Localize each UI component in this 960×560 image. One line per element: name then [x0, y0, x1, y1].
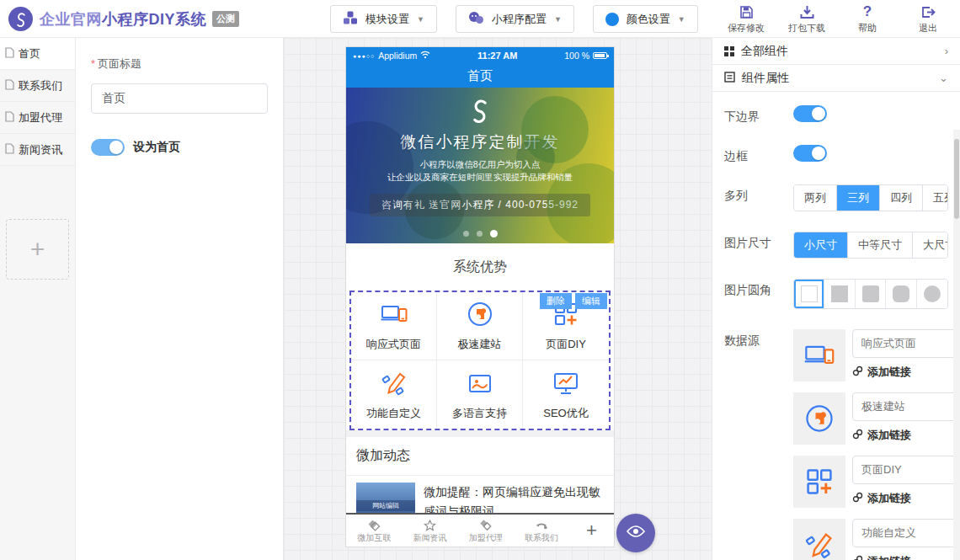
bottom-border-toggle[interactable] — [793, 105, 827, 122]
feature-item-seo[interactable]: SEO优化 — [523, 360, 609, 429]
carousel-dot-active[interactable] — [490, 230, 498, 237]
edit-component-button[interactable]: 编辑 — [575, 293, 607, 309]
exit-button[interactable]: 退出 — [908, 4, 948, 35]
menu-label: 模块设置 — [365, 12, 409, 27]
app-title: 企业官网小程序DIY系统 — [40, 9, 206, 29]
columns-option-two[interactable]: 两列 — [794, 185, 837, 211]
tab-weijia[interactable]: 微加互联 — [346, 517, 402, 544]
download-button[interactable]: 打包下载 — [787, 4, 827, 35]
data-source-title-input[interactable] — [852, 456, 960, 484]
radius-option-circle[interactable] — [917, 280, 947, 308]
scrollbar-thumb[interactable] — [954, 139, 959, 219]
chevron-right-icon: › — [945, 45, 948, 57]
carousel-dots — [346, 230, 614, 237]
feature-label: 多语言支持 — [452, 406, 507, 421]
phone-icon — [535, 519, 548, 531]
preview-button[interactable] — [616, 514, 655, 552]
phone-nav-bar: 首页 — [346, 64, 614, 88]
phone-preview: ●●●○○ Applidium 11:27 AM 100 % 首页 微信小程序定… — [345, 46, 615, 547]
feature-item-speed-build[interactable]: 极速建站 — [437, 292, 523, 360]
add-link-button[interactable]: 添加链接 — [852, 491, 960, 506]
page-title-input[interactable] — [91, 83, 268, 114]
data-source-title-input[interactable] — [852, 519, 960, 547]
speed-build-icon — [466, 300, 494, 332]
module-settings-menu[interactable]: 模块设置 ▼ — [330, 5, 437, 33]
action-label: 退出 — [919, 22, 937, 35]
radius-option-square[interactable] — [824, 280, 855, 308]
beta-badge: 公测 — [212, 11, 239, 27]
bottom-border-label: 下边界 — [724, 105, 793, 125]
set-home-label: 设为首页 — [133, 140, 180, 155]
star-icon — [424, 519, 436, 531]
image-size-segmented-control: 小尺寸 中等尺寸 大尺寸 — [793, 232, 948, 259]
columns-option-four[interactable]: 四列 — [880, 185, 923, 211]
feature-label: 响应式页面 — [366, 337, 421, 352]
image-size-large[interactable]: 大尺寸 — [913, 232, 948, 258]
add-link-button[interactable]: 添加链接 — [852, 428, 960, 443]
sidebar-item-news[interactable]: 新闻资讯 — [0, 134, 75, 166]
set-home-toggle[interactable] — [91, 139, 125, 156]
top-header: 企业官网小程序DIY系统 公测 模块设置 ▼ 小程序配置 ▼ 颜色设 — [0, 0, 960, 38]
selected-component-grid[interactable]: 删除 编辑 响应式页面 极速建站 — [349, 291, 611, 430]
page-diy-icon — [793, 456, 845, 508]
download-icon — [800, 4, 814, 19]
add-link-button[interactable]: 添加链接 — [852, 365, 960, 380]
data-source-title-input[interactable] — [852, 329, 960, 358]
sidebar-item-agency[interactable]: 加盟代理 — [0, 102, 75, 134]
tab-contact[interactable]: 联系我们 — [514, 517, 569, 544]
carousel-dot[interactable] — [463, 231, 469, 237]
bottom-border-row: 下边界 — [724, 105, 948, 125]
radius-option-none-selected[interactable] — [794, 280, 824, 308]
custom-function-icon — [793, 519, 845, 560]
app-title-part1: 企业官网 — [40, 11, 102, 28]
save-icon — [739, 4, 754, 19]
sidebar-item-contact[interactable]: 联系我们 — [0, 70, 75, 102]
data-source-item-custom-function: 添加链接 — [793, 519, 960, 560]
link-icon — [852, 555, 863, 560]
data-source-item-speed-build: 添加链接 — [793, 392, 960, 445]
add-link-label: 添加链接 — [867, 365, 911, 380]
plus-icon: + — [30, 235, 45, 264]
columns-label: 多列 — [724, 184, 793, 204]
add-page-button[interactable]: + — [6, 219, 69, 280]
help-button[interactable]: ? 帮助 — [847, 4, 888, 35]
exit-icon — [921, 4, 936, 19]
columns-option-five[interactable]: 五列 — [923, 185, 948, 211]
panel-scrollbar[interactable] — [953, 130, 960, 560]
image-radius-row: 图片圆角 — [724, 279, 948, 309]
page-properties-panel: *页面标题 设为首页 — [76, 38, 284, 560]
page-label: 联系我们 — [19, 78, 62, 93]
data-source-title-input[interactable] — [852, 392, 960, 421]
sidebar-item-home[interactable]: 首页 — [0, 38, 75, 70]
feature-item-responsive[interactable]: 响应式页面 — [351, 292, 437, 360]
add-link-button[interactable]: 添加链接 — [852, 554, 960, 560]
radius-option-round[interactable] — [886, 280, 916, 308]
custom-function-icon — [380, 369, 408, 401]
component-props-row[interactable]: 组件属性 ⌄ — [712, 65, 960, 92]
columns-option-three-selected[interactable]: 三列 — [837, 185, 880, 211]
delete-component-button[interactable]: 删除 — [540, 293, 572, 309]
image-size-small-selected[interactable]: 小尺寸 — [794, 232, 848, 258]
save-button[interactable]: 保存修改 — [726, 4, 766, 35]
feature-item-multi-language[interactable]: 多语言支持 — [437, 360, 523, 429]
tab-news[interactable]: 新闻资讯 — [402, 517, 457, 544]
feature-label: 功能自定义 — [366, 406, 421, 421]
data-source-list: 添加链接 添加链接 — [793, 329, 960, 560]
miniprogram-config-menu[interactable]: 小程序配置 ▼ — [456, 5, 574, 33]
border-toggle[interactable] — [793, 145, 827, 162]
all-components-row[interactable]: 全部组件 › — [712, 38, 960, 65]
chevron-down-icon: ⌄ — [939, 72, 948, 84]
tab-add-button[interactable]: + — [569, 520, 614, 541]
app-window: 企业官网小程序DIY系统 公测 模块设置 ▼ 小程序配置 ▼ 颜色设 — [0, 0, 960, 560]
page-title-label: *页面标题 — [91, 56, 268, 72]
tab-agency[interactable]: 加盟代理 — [458, 517, 514, 544]
data-source-row: 数据源 添加链接 — [724, 329, 948, 560]
carousel-dot[interactable] — [477, 231, 483, 237]
section-divider — [346, 430, 614, 437]
hero-banner[interactable]: 微信小程序定制开发 小程序以微信8亿用户为切入点 让企业以及商家在短时间里实现提… — [346, 88, 614, 243]
feature-item-custom-function[interactable]: 功能自定义 — [351, 360, 437, 429]
color-settings-menu[interactable]: 颜色设置 ▼ — [593, 5, 698, 33]
image-size-medium[interactable]: 中等尺寸 — [848, 232, 913, 258]
battery-label: 100 % — [564, 51, 589, 61]
radius-option-small-round[interactable] — [856, 280, 886, 308]
